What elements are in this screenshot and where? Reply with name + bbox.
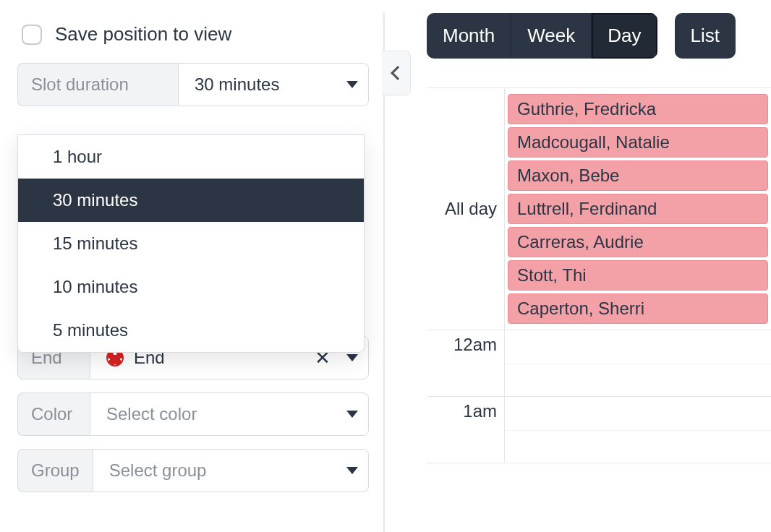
slot-duration-dropdown: 1 hour 30 minutes 15 minutes 10 minutes … <box>17 134 365 353</box>
view-day-button[interactable]: Day <box>592 13 657 59</box>
time-label: 12am <box>427 330 505 396</box>
time-slot[interactable] <box>505 397 771 463</box>
duration-option[interactable]: 5 minutes <box>18 309 364 352</box>
slot-duration-field: Slot duration 30 minutes <box>17 63 369 106</box>
time-label: 1am <box>427 397 505 463</box>
duration-option[interactable]: 30 minutes <box>18 179 364 222</box>
save-position-label: Save position to view <box>55 23 231 46</box>
all-day-label: All day <box>427 88 505 330</box>
chevron-down-icon <box>346 411 358 418</box>
calendar-event[interactable]: Madcougall, Natalie <box>508 127 768 158</box>
all-day-events: Guthrie, Fredricka Madcougall, Natalie M… <box>505 88 771 330</box>
group-label: Group <box>17 449 93 492</box>
calendar-event[interactable]: Guthrie, Fredricka <box>508 94 768 124</box>
duration-option[interactable]: 10 minutes <box>18 265 364 309</box>
calendar-event[interactable]: Luttrell, Ferdinand <box>508 194 768 224</box>
slot-duration-select[interactable]: 30 minutes <box>178 63 369 106</box>
time-slot-row: 12am <box>427 330 771 397</box>
duration-option[interactable]: 1 hour <box>18 135 364 179</box>
duration-option[interactable]: 15 minutes <box>18 222 364 265</box>
calendar-event[interactable]: Maxon, Bebe <box>508 160 768 191</box>
all-day-row: All day Guthrie, Fredricka Madcougall, N… <box>427 87 771 330</box>
time-slot[interactable] <box>505 330 771 396</box>
settings-panel: Save position to view Slot duration 30 m… <box>0 0 383 532</box>
view-toolbar: Month Week Day List <box>427 13 771 59</box>
chevron-left-icon <box>391 66 405 80</box>
color-label: Color <box>17 392 90 436</box>
color-select[interactable]: Select color <box>90 392 369 436</box>
color-placeholder: Select color <box>106 404 197 424</box>
calendar-grid: All day Guthrie, Fredricka Madcougall, N… <box>427 87 771 532</box>
chevron-down-icon <box>346 354 358 361</box>
save-position-checkbox[interactable] <box>22 25 42 45</box>
chevron-down-icon <box>346 467 358 474</box>
calendar-event[interactable]: Carreras, Audrie <box>508 227 768 257</box>
collapse-panel-button[interactable] <box>382 51 411 95</box>
slot-duration-value: 30 minutes <box>195 74 279 95</box>
slot-duration-label: Slot duration <box>17 63 178 106</box>
app-root: Save position to view Slot duration 30 m… <box>0 0 771 532</box>
group-select[interactable]: Select group <box>93 449 369 492</box>
calendar-event[interactable]: Caperton, Sherri <box>508 293 768 324</box>
color-field: Color Select color <box>17 392 369 436</box>
view-list-button[interactable]: List <box>675 13 736 59</box>
view-week-button[interactable]: Week <box>511 13 592 59</box>
chevron-down-icon <box>346 81 358 88</box>
calendar-panel: Month Week Day List All day Guthrie, Fre… <box>383 0 771 532</box>
calendar-event[interactable]: Stott, Thi <box>508 260 768 291</box>
group-field: Group Select group <box>17 449 369 492</box>
view-month-button[interactable]: Month <box>427 13 511 59</box>
group-placeholder: Select group <box>109 460 207 481</box>
save-position-row: Save position to view <box>22 23 369 46</box>
view-switcher: Month Week Day <box>427 13 657 59</box>
time-slot-row: 1am <box>427 397 771 463</box>
